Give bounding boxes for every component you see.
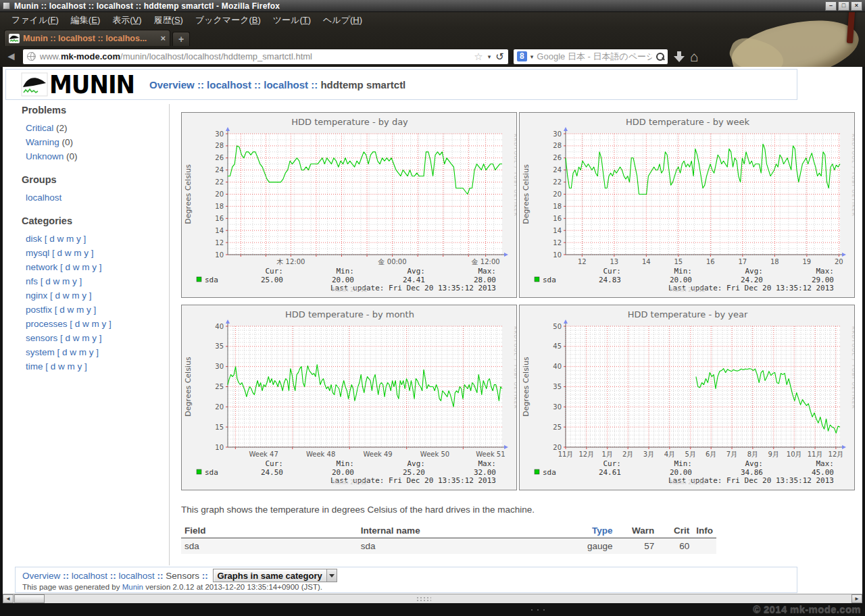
svg-text:20: 20 [215, 403, 224, 411]
svg-text:19: 19 [803, 258, 812, 265]
graphs-grid: HDD temperature - by dayRRDTOOL / TOBI O… [181, 112, 858, 490]
scroll-right-icon[interactable]: ► [851, 594, 862, 603]
breadcrumb-overview[interactable]: Overview [149, 79, 195, 91]
svg-text:sda: sda [205, 276, 218, 284]
svg-text:Cur:: Cur: [266, 459, 284, 468]
window-bottom-bar [0, 603, 865, 616]
search-engine-dropdown-icon[interactable]: ▾ [530, 53, 534, 60]
breadcrumb-group[interactable]: localhost [207, 79, 251, 91]
sidebar-item-system[interactable]: system [ d w m y ] [26, 345, 169, 359]
sidebar-item-warning[interactable]: Warning (0) [26, 135, 169, 149]
close-button[interactable]: × [851, 1, 862, 11]
back-icon[interactable]: ◄ [4, 51, 18, 62]
breadcrumb: Overview :: localhost :: localhost :: hd… [149, 79, 405, 91]
bookmark-star-icon[interactable]: ☆ [474, 51, 483, 63]
tabbar: Munin :: localhost :: localhos... × + [0, 28, 865, 46]
sidebar-item-processes[interactable]: processes [ d w m y ] [26, 317, 169, 331]
table-row: sda sda gauge 57 60 [181, 538, 716, 555]
active-tab[interactable]: Munin :: localhost :: localhos... × [4, 30, 170, 46]
scrollbar-thumb[interactable] [14, 594, 45, 603]
select-dropdown-arrow-icon[interactable] [326, 569, 337, 582]
graph-hdd-temperature-by-week[interactable]: HDD temperature - by weekRRDTOOL / TOBI … [519, 112, 855, 298]
munin-logo[interactable]: MUNIN [21, 71, 134, 98]
sidebar-item-nfs[interactable]: nfs [ d w m y ] [26, 274, 169, 288]
svg-text:28: 28 [553, 142, 562, 149]
svg-text:28.00: 28.00 [474, 276, 496, 284]
minimize-button[interactable]: – [825, 1, 837, 11]
titlebar: Munin :: localhost :: localhost :: hddte… [0, 0, 865, 12]
svg-text:20.00: 20.00 [670, 468, 692, 477]
category-graphs-select[interactable]: Graphs in same category [213, 569, 337, 582]
menu-help[interactable]: ヘルプ(H) [317, 13, 368, 28]
svg-text:12: 12 [215, 239, 224, 247]
menu-file[interactable]: ファイル(F) [5, 13, 65, 28]
svg-text:Week 50: Week 50 [420, 451, 449, 458]
sidebar-item-mysql[interactable]: mysql [ d w m y ] [26, 246, 169, 260]
sidebar-item-network[interactable]: network [ d w m y ] [26, 260, 169, 274]
reload-icon[interactable]: ↺ [495, 51, 504, 63]
sidebar-item-nginx[interactable]: nginx [ d w m y ] [26, 288, 169, 303]
svg-text:28: 28 [215, 142, 224, 149]
scroll-left-icon[interactable]: ◄ [3, 594, 14, 603]
menu-edit[interactable]: 編集(E) [65, 13, 106, 28]
menu-bookmarks[interactable]: ブックマーク(B) [189, 13, 267, 28]
munin-link[interactable]: Munin [122, 583, 143, 591]
sidebar-item-postfix[interactable]: postfix [ d w m y ] [26, 303, 169, 317]
sidebar-item-time[interactable]: time [ d w m y ] [26, 359, 169, 374]
menu-history[interactable]: 履歴(S) [148, 13, 189, 28]
url-dropdown-icon[interactable]: ▾ [488, 53, 491, 60]
url-bar[interactable]: www.mk-mode.com/munin/localhost/localhos… [22, 49, 509, 65]
svg-text:18: 18 [770, 258, 779, 265]
svg-text:木 12:00: 木 12:00 [276, 258, 305, 265]
svg-text:Degrees Celsius: Degrees Celsius [184, 357, 193, 417]
svg-text:Cur:: Cur: [603, 459, 622, 468]
footer-navigation: Overview :: localhost :: localhost :: Se… [15, 567, 797, 593]
sidebar-item-critical[interactable]: Critical (2) [26, 121, 169, 135]
svg-text:14: 14 [642, 258, 651, 265]
svg-text:Avg:: Avg: [407, 459, 426, 468]
svg-text:45: 45 [553, 342, 562, 350]
url-text[interactable]: www.mk-mode.com/munin/localhost/localhos… [40, 51, 470, 61]
svg-text:32.00: 32.00 [474, 468, 496, 477]
svg-text:24.83: 24.83 [599, 276, 621, 284]
sidebar-item-localhost[interactable]: localhost [26, 190, 169, 205]
svg-text:Munin 2.0.12: Munin 2.0.12 [332, 480, 367, 486]
search-input[interactable]: Google 日本 - 日本語のページ [537, 51, 651, 63]
download-icon[interactable] [672, 51, 686, 63]
sidebar-item-sensors[interactable]: sensors [ d w m y ] [26, 331, 169, 345]
site-identity-globe-icon[interactable] [27, 52, 36, 61]
graph-hdd-temperature-by-month[interactable]: HDD temperature - by monthRRDTOOL / TOBI… [181, 305, 517, 490]
svg-text:24.20: 24.20 [741, 276, 763, 284]
svg-text:29.00: 29.00 [812, 276, 834, 284]
sidebar-item-unknown[interactable]: Unknown (0) [26, 149, 169, 163]
footer-breadcrumb-overview[interactable]: Overview [22, 571, 60, 581]
menu-view[interactable]: 表示(V) [106, 13, 147, 28]
google-icon[interactable]: 8 [517, 51, 527, 61]
tab-close-icon[interactable]: × [160, 33, 166, 43]
menu-tools[interactable]: ツール(T) [267, 13, 317, 28]
svg-text:18: 18 [553, 203, 562, 210]
search-magnifier-icon[interactable] [656, 52, 664, 61]
svg-text:35: 35 [553, 383, 562, 390]
svg-text:35: 35 [215, 342, 224, 350]
page-header: MUNIN Overview :: localhost :: localhost… [5, 69, 797, 100]
horizontal-scrollbar[interactable]: ◄ ► [3, 594, 862, 603]
sidebar-item-disk[interactable]: disk [ d w m y ] [26, 232, 169, 246]
graph-hdd-temperature-by-year[interactable]: HDD temperature - by yearRRDTOOL / TOBI … [519, 305, 855, 490]
graph-hdd-temperature-by-day[interactable]: HDD temperature - by dayRRDTOOL / TOBI O… [181, 112, 517, 298]
svg-text:8月: 8月 [747, 451, 758, 458]
home-icon[interactable]: ⌂ [690, 49, 699, 63]
svg-text:Munin 2.0.12: Munin 2.0.12 [332, 287, 367, 293]
svg-text:金 00:00: 金 00:00 [378, 258, 407, 265]
footer-breadcrumb-host[interactable]: localhost [119, 571, 155, 581]
navigation-toolbar: ◄ www.mk-mode.com/munin/localhost/localh… [0, 46, 865, 67]
search-bar[interactable]: 8 ▾ Google 日本 - 日本語のページ [513, 49, 668, 65]
footer-breadcrumb-group[interactable]: localhost [72, 571, 107, 581]
maximize-button[interactable]: □ [838, 1, 849, 11]
svg-text:Avg:: Avg: [407, 267, 426, 276]
breadcrumb-host[interactable]: localhost [264, 79, 308, 91]
munin-page: MUNIN Overview :: localhost :: localhost… [3, 67, 862, 594]
breadcrumb-current: hddtemp smartctl [320, 79, 405, 91]
svg-text:10: 10 [215, 251, 224, 259]
new-tab-button[interactable]: + [172, 32, 190, 46]
